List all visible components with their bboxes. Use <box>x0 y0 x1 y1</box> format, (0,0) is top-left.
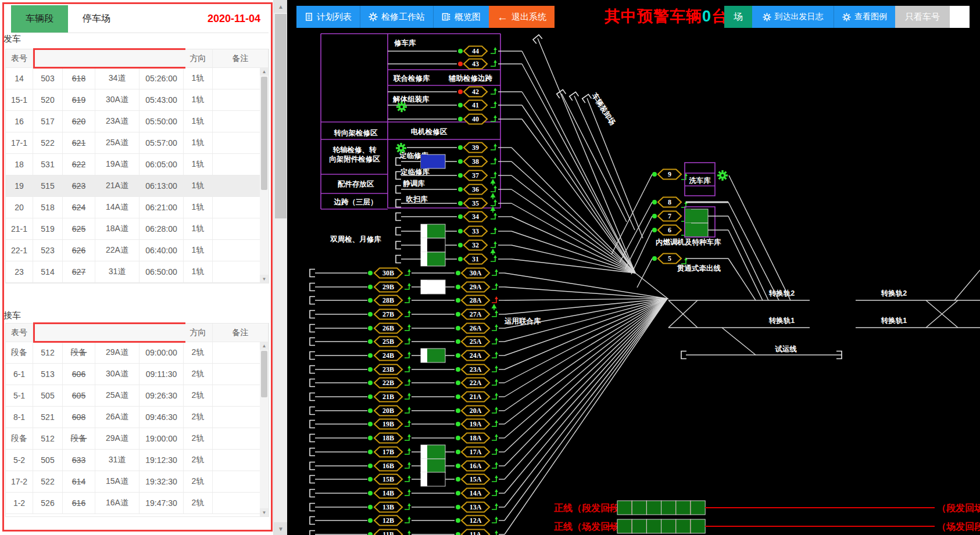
tab-parking[interactable]: 停车场 <box>68 5 125 33</box>
table-cell: 15-1 <box>6 89 33 110</box>
mainline-train-box[interactable] <box>617 519 632 533</box>
mainline-train-box[interactable] <box>632 501 646 515</box>
table-cell: 段备 <box>6 428 33 449</box>
table-cell: 09:46:30 <box>140 407 184 428</box>
table-cell: 29A道 <box>95 342 140 363</box>
table-row[interactable]: 21-151962518A道06:28:001轨 <box>6 218 269 240</box>
column-header: 车号 <box>33 324 63 342</box>
table-row[interactable]: 段备512段备29A道09:00:002轨 <box>6 342 269 364</box>
table-cell: 06:40:00 <box>140 240 184 261</box>
scrollbar-thumb[interactable] <box>275 14 287 218</box>
table-row[interactable]: 1853162219A道06:05:001轨 <box>6 154 269 175</box>
table-row[interactable]: 15-152061930A道05:43:001轨 <box>6 89 269 111</box>
mainline-train-box[interactable] <box>691 519 705 533</box>
table-cell: 06:21:00 <box>140 197 184 218</box>
scroll-up-icon[interactable]: ▲ <box>260 67 269 76</box>
exit-system-button[interactable]: ← 退出系统 <box>489 6 555 28</box>
diagram-label: 吹扫库 <box>406 195 428 203</box>
mainline-train-box[interactable] <box>691 501 705 515</box>
train-car-box[interactable] <box>685 223 708 237</box>
plan-list-button[interactable]: 计划列表 <box>296 6 360 28</box>
table-cell: 1轨 <box>184 197 213 218</box>
table-cell: 624 <box>63 197 95 218</box>
track-badge-number: 44 <box>472 47 479 55</box>
table-row[interactable]: 2351462731道06:50:001轨 <box>6 261 269 283</box>
table-cell: 606 <box>63 364 95 385</box>
table-cell: 17-2 <box>6 471 33 492</box>
table-row[interactable]: 17-252261415A道19:32:302轨 <box>6 471 269 493</box>
panel-scrollbar[interactable]: ▲ ▼ <box>273 0 288 535</box>
track-badge-number: 19B <box>382 420 394 428</box>
yard-button[interactable]: 场 <box>724 6 752 28</box>
scroll-down-icon[interactable]: ▼ <box>260 275 269 283</box>
only-car-number-button[interactable]: 只看车号 <box>895 6 950 28</box>
scroll-down-icon[interactable]: ▼ <box>260 508 269 516</box>
table-row[interactable]: 5-150560525A道09:26:302轨 <box>6 385 269 407</box>
track-badge-number: 26B <box>382 324 394 332</box>
table-row[interactable]: 8-152160826A道09:46:302轨 <box>6 407 269 428</box>
scrollbar-thumb[interactable] <box>261 351 267 397</box>
track-badge-number: 12A <box>470 516 482 525</box>
repair-workstation-button[interactable]: 检修工作站 <box>360 6 433 28</box>
table-cell: 19:32:30 <box>140 471 184 492</box>
diagram-label: 配件存放区 <box>338 180 374 188</box>
table-cell: 23 <box>6 261 33 282</box>
table-cell: 517 <box>33 111 63 132</box>
table-cell: 522 <box>33 471 63 492</box>
table-cell: 633 <box>63 450 95 471</box>
tab-depot[interactable]: 车辆段 <box>11 5 68 33</box>
scroll-up-icon[interactable]: ▲ <box>274 0 288 13</box>
diagram-label: 转向架检修区 <box>334 129 378 137</box>
mainline-train-box[interactable] <box>661 519 676 533</box>
train-car-box[interactable] <box>421 155 445 168</box>
table-row[interactable]: 1951562321A道06:13:001轨 <box>6 175 269 197</box>
table-row[interactable]: 22-152362622A道06:40:001轨 <box>6 240 269 261</box>
train-car-box[interactable] <box>421 459 445 473</box>
track-badge-number: 33 <box>472 227 479 235</box>
track-badge-number: 23A <box>470 365 482 374</box>
table-cell: 29A道 <box>95 428 140 449</box>
table-row[interactable]: 5-250563331道19:12:302轨 <box>6 450 269 471</box>
view-legend-button[interactable]: 查看图例 <box>834 6 895 28</box>
scroll-up-icon[interactable]: ▲ <box>260 342 269 350</box>
table-row[interactable]: 1651762023A道05:50:001轨 <box>6 111 269 132</box>
train-car-box[interactable] <box>421 280 445 294</box>
table-scrollbar[interactable]: ▲▼ <box>260 67 269 283</box>
track-badge-number: 27A <box>470 310 482 318</box>
scrollbar-thumb[interactable] <box>261 77 267 190</box>
track-badge-number: 22A <box>470 379 482 387</box>
track-diagram-stage: 计划列表 检修工作站 概览图 ← 退出系统 其中预警车辆0台。 场 到达出发日志… <box>287 0 980 535</box>
mainline-train-box[interactable] <box>617 501 632 515</box>
table-cell: 06:13:00 <box>140 175 184 196</box>
scroll-down-icon[interactable]: ▼ <box>274 522 288 535</box>
warning-banner: 其中预警车辆0台。 <box>605 5 744 28</box>
train-car-box[interactable] <box>421 349 445 362</box>
mainline-train-box[interactable] <box>646 519 661 533</box>
table-row[interactable]: 6-151360630A道09:11:302轨 <box>6 364 269 385</box>
table-cell: 09:00:00 <box>140 342 184 363</box>
table-cell: 段备 <box>6 342 33 363</box>
mainline-train-box[interactable] <box>661 501 676 515</box>
train-car-box[interactable] <box>421 224 445 238</box>
table-scrollbar[interactable]: ▲▼ <box>260 342 269 516</box>
train-car-box[interactable] <box>421 238 445 252</box>
mainline-train-box[interactable] <box>676 519 691 533</box>
table-row[interactable]: 1450361834道05:26:001轨 <box>6 68 269 89</box>
arrival-departure-log-button[interactable]: 到达出发日志 <box>752 6 834 28</box>
mainline-train-box[interactable] <box>676 501 691 515</box>
gear-icon <box>842 13 851 21</box>
mainline-train-box[interactable] <box>646 501 661 515</box>
table-row[interactable]: 17-152262125A道05:57:001轨 <box>6 132 269 154</box>
table-row[interactable]: 1-252661616A道19:47:302轨 <box>6 493 269 514</box>
document-icon <box>305 12 313 21</box>
table-row[interactable]: 2051862414A道06:21:001轨 <box>6 197 269 218</box>
overview-button[interactable]: 概览图 <box>433 6 489 28</box>
mainline-train-box[interactable] <box>632 519 646 533</box>
train-car-box[interactable] <box>421 445 445 459</box>
track-diagram: 修车库联合检修库辅助检修边跨解体组装库转向架检修区电机检修区轮轴检修、转向架附件… <box>287 0 980 535</box>
table-row[interactable]: 段备512段备29A道19:00:002轨 <box>6 428 269 450</box>
train-car-box[interactable] <box>421 472 445 486</box>
train-car-box[interactable] <box>685 209 708 223</box>
table-cell: 2轨 <box>184 342 213 363</box>
train-car-box[interactable] <box>421 252 445 266</box>
